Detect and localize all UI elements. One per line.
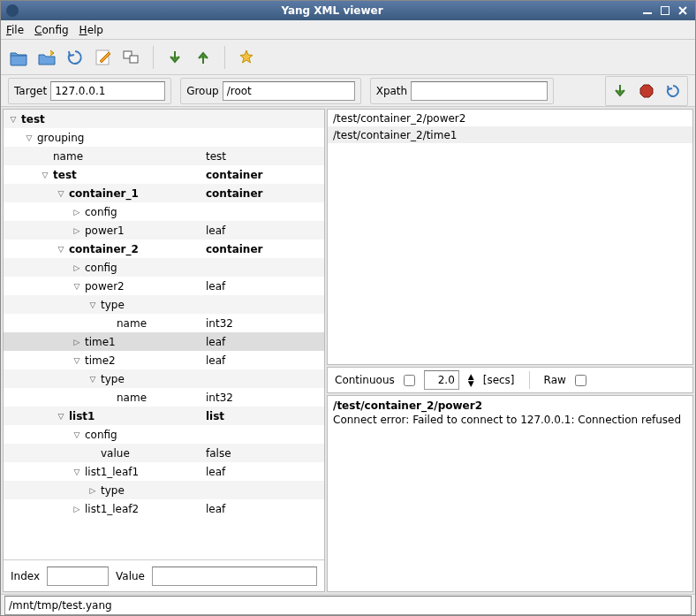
tree-row[interactable]: ▷power1leaf: [4, 221, 324, 240]
save-as-button[interactable]: [34, 45, 59, 70]
tree-node-value: int32: [206, 392, 321, 404]
tree-node-value: list: [206, 410, 321, 422]
spinner-icon[interactable]: ▲▼: [468, 373, 474, 387]
expand-toggle[interactable]: ▷: [88, 486, 97, 495]
tree-node-name: power2: [85, 280, 206, 293]
interval-input[interactable]: [424, 370, 459, 390]
tree-node-name: container_1: [69, 187, 206, 200]
minimize-button[interactable]: [640, 4, 654, 18]
tree-row[interactable]: ▽list1_leaf1leaf: [4, 462, 324, 481]
expand-toggle[interactable]: ▷: [72, 263, 81, 272]
tree[interactable]: ▽test▽groupingnametest▽testcontainer▽con…: [4, 110, 324, 559]
xpath-input[interactable]: [411, 81, 548, 101]
tree-row[interactable]: ▷type: [4, 481, 324, 499]
star-button[interactable]: [234, 45, 259, 70]
tree-row[interactable]: ▽list1list: [4, 407, 324, 425]
tree-row[interactable]: ▷config: [4, 258, 324, 277]
separator: [224, 46, 225, 69]
xpath-actions: [605, 76, 688, 106]
tree-node-name: grouping: [37, 132, 206, 144]
group-input[interactable]: [223, 81, 355, 101]
tree-node-value: leaf: [206, 503, 321, 515]
menu-file[interactable]: File: [6, 24, 24, 36]
xpath-list[interactable]: /test/container_2/power2/test/container_…: [327, 109, 693, 365]
index-label: Index: [11, 570, 40, 582]
tree-row[interactable]: ▽container_1container: [4, 184, 324, 202]
tree-node-value: leaf: [206, 336, 321, 348]
tree-row[interactable]: ▷list1_leaf2leaf: [4, 499, 324, 518]
expand-toggle[interactable]: ▽: [88, 300, 97, 309]
list-item[interactable]: /test/container_2/time1: [328, 126, 692, 143]
open-button[interactable]: [6, 45, 31, 70]
tree-node-value: leaf: [206, 280, 321, 293]
tree-node-name: type: [101, 373, 206, 385]
tree-node-name: config: [85, 206, 206, 218]
tree-row[interactable]: ▷config: [4, 202, 324, 221]
tree-row[interactable]: ▽config: [4, 425, 324, 444]
main-body: ▽test▽groupingnametest▽testcontainer▽con…: [1, 107, 695, 594]
tree-row[interactable]: ▽type: [4, 295, 324, 314]
expand-toggle[interactable]: ▽: [57, 412, 65, 421]
svg-rect-0: [6, 4, 19, 17]
tree-row[interactable]: ▽testcontainer: [4, 165, 324, 184]
stop-button[interactable]: [634, 79, 659, 103]
tree-node-name: test: [21, 113, 206, 125]
maximize-button[interactable]: [658, 4, 672, 18]
log-panel: /test/container_2/power2 Connect error: …: [327, 395, 693, 592]
expand-toggle[interactable]: ▽: [72, 430, 81, 439]
log-body: Connect error: Failed to connect to 127.…: [333, 414, 687, 428]
tree-node-name: type: [101, 299, 206, 311]
menu-config[interactable]: Config: [34, 24, 69, 36]
svg-rect-5: [130, 56, 138, 63]
expand-toggle[interactable]: ▽: [72, 468, 81, 476]
menu-help[interactable]: Help: [79, 24, 103, 36]
continuous-checkbox[interactable]: [404, 375, 415, 386]
target-input[interactable]: [50, 81, 165, 101]
expand-toggle[interactable]: ▽: [88, 375, 97, 384]
expand-toggle[interactable]: ▽: [72, 282, 81, 291]
poll-controls: Continuous ▲▼ [secs] Raw: [327, 367, 693, 393]
expand-toggle[interactable]: ▽: [57, 189, 65, 198]
tree-node-name: value: [101, 447, 206, 460]
tree-footer: Index Value: [4, 559, 324, 591]
tree-row[interactable]: nametest: [4, 147, 324, 165]
expand-toggle[interactable]: ▷: [72, 505, 81, 513]
index-input[interactable]: [47, 567, 109, 586]
expand-toggle[interactable]: ▽: [72, 356, 81, 365]
close-button[interactable]: [676, 4, 690, 18]
tree-node-value: test: [206, 150, 321, 163]
expand-toggle[interactable]: ▽: [9, 115, 18, 124]
tree-row[interactable]: ▽power2leaf: [4, 277, 324, 295]
down-button[interactable]: [163, 45, 187, 70]
list-item[interactable]: /test/container_2/power2: [328, 110, 692, 126]
expand-toggle[interactable]: ▷: [72, 226, 81, 235]
expand-toggle[interactable]: ▽: [41, 171, 49, 179]
menubar: File Config Help: [1, 20, 695, 40]
refresh2-button[interactable]: [661, 79, 685, 103]
tree-row[interactable]: valuefalse: [4, 444, 324, 462]
tree-row[interactable]: ▽grouping: [4, 128, 324, 147]
tree-node-value: container: [206, 187, 321, 200]
expand-toggle[interactable]: ▷: [72, 338, 81, 346]
tree-row[interactable]: ▽type: [4, 369, 324, 388]
expand-toggle[interactable]: ▽: [25, 133, 34, 142]
tree-row[interactable]: nameint32: [4, 388, 324, 407]
tree-row[interactable]: ▽time2leaf: [4, 351, 324, 369]
up-button[interactable]: [191, 45, 216, 70]
expand-toggle[interactable]: ▷: [72, 208, 81, 217]
tree-row[interactable]: ▽container_2container: [4, 240, 324, 258]
windows-button[interactable]: [119, 45, 144, 70]
tree-row[interactable]: nameint32: [4, 314, 324, 332]
appmenu-icon[interactable]: [6, 4, 24, 17]
expand-toggle[interactable]: ▽: [57, 245, 65, 254]
raw-checkbox[interactable]: [575, 375, 586, 386]
download-button[interactable]: [608, 79, 632, 103]
tree-row[interactable]: ▽test: [4, 110, 324, 128]
refresh-button[interactable]: [63, 45, 87, 70]
value-input[interactable]: [152, 567, 317, 586]
tree-row[interactable]: ▷time1leaf: [4, 332, 324, 351]
tree-node-value: leaf: [206, 354, 321, 367]
right-panel: /test/container_2/power2/test/container_…: [327, 109, 693, 592]
edit-button[interactable]: [91, 45, 116, 70]
status-input[interactable]: [4, 596, 692, 615]
